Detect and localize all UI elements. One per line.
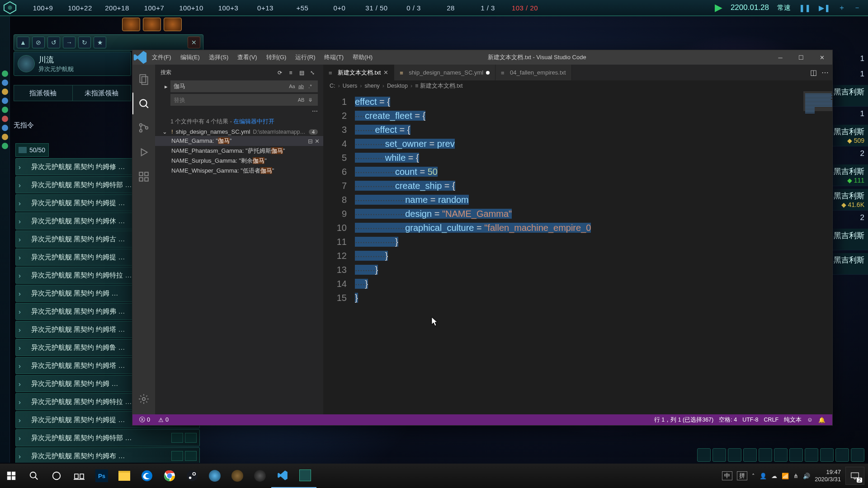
right-row[interactable]: 黑吉利斯◆ 509	[829, 125, 868, 146]
outliner-close-icon[interactable]: ✕	[188, 37, 200, 48]
refresh-icon[interactable]: ⟳	[274, 67, 285, 78]
menu-item[interactable]: 终端(T)	[320, 50, 348, 65]
editor[interactable]: 123456789101112131415 effect = {····crea…	[323, 91, 832, 414]
network-icon[interactable]: 📶	[782, 473, 789, 479]
search-field[interactable]	[174, 83, 288, 90]
more-actions-icon[interactable]: ⋯	[821, 68, 829, 77]
br-icon[interactable]	[728, 448, 741, 462]
chevron-right-icon[interactable]: ›	[19, 199, 28, 207]
fleet-action-a[interactable]	[171, 433, 183, 443]
breadcrumb-item[interactable]: Users	[343, 83, 358, 89]
chevron-down-icon[interactable]: ⌄	[162, 128, 169, 135]
regex-icon[interactable]: .*	[306, 82, 315, 91]
chrome-icon[interactable]	[158, 464, 181, 488]
resource-cell[interactable]: +55	[285, 1, 320, 14]
debug-icon[interactable]	[132, 141, 155, 163]
menu-item[interactable]: 查看(V)	[233, 50, 261, 65]
minimize-button[interactable]: ─	[770, 50, 791, 65]
play-icon[interactable]: ▶	[715, 2, 722, 14]
encoding-status[interactable]: UTF-8	[740, 414, 760, 425]
breadcrumb-item[interactable]: Desktop	[387, 83, 408, 89]
chevron-right-icon[interactable]: ›	[19, 398, 28, 406]
resource-cell[interactable]: 0+13	[248, 1, 283, 14]
extensions-icon[interactable]	[132, 166, 155, 188]
cursor-status[interactable]: 行 1，列 1 (已选择367)	[652, 414, 716, 425]
br-icon[interactable]	[712, 448, 726, 462]
chevron-right-icon[interactable]: ›	[19, 217, 28, 225]
bell-icon[interactable]: 🔔	[816, 414, 828, 425]
close-window-button[interactable]: ✕	[811, 50, 832, 65]
volume-icon[interactable]: 🔊	[803, 473, 810, 479]
policy-button[interactable]	[122, 18, 140, 31]
toggle-replace-icon[interactable]: ▸	[161, 81, 171, 92]
action-center-icon[interactable]: 2	[845, 467, 864, 485]
editor-tab[interactable]: ≡ship_design_names_SC.yml	[394, 65, 495, 80]
menu-item[interactable]: 帮助(H)	[349, 50, 377, 65]
photoshop-icon[interactable]: Ps	[90, 464, 113, 488]
left-dot[interactable]	[2, 70, 8, 77]
outliner-btn-6[interactable]: ★	[94, 37, 106, 48]
chevron-right-icon[interactable]: ›	[19, 163, 28, 171]
collapse-icon[interactable]: ⤡	[307, 67, 318, 78]
fleet-action-b[interactable]	[185, 433, 197, 443]
edict-button[interactable]	[164, 18, 182, 31]
br-icon[interactable]	[697, 448, 711, 462]
right-row[interactable]: 黑吉利斯◆ 41.6K	[829, 189, 868, 211]
settings-gear-icon[interactable]	[132, 388, 155, 410]
breadcrumb-item[interactable]: ≡ 新建文本文档.txt	[415, 82, 462, 90]
app-icon[interactable]	[226, 464, 249, 488]
onedrive-icon[interactable]: ☁	[771, 473, 777, 479]
br-icon[interactable]	[774, 448, 788, 462]
ime-indicator[interactable]: 中	[722, 471, 732, 480]
spaces-status[interactable]: 空格: 4	[717, 414, 739, 425]
fleet-item[interactable]: ›异次元护航舰 黑契约 约姆布 …	[15, 447, 200, 463]
code-area[interactable]: effect = {····create_fleet = {········ef…	[355, 95, 832, 305]
taskbar-clock[interactable]: 19:47 2020/3/31	[815, 469, 841, 483]
language-status[interactable]: 纯文本	[782, 414, 804, 425]
match-case-icon[interactable]: Aa	[288, 82, 297, 91]
maximize-button[interactable]: ☐	[791, 50, 811, 65]
toggle-search-details-icon[interactable]: ⋯	[312, 108, 318, 114]
cortana-icon[interactable]	[45, 464, 68, 488]
chevron-right-icon[interactable]: ›	[19, 452, 28, 460]
edge-icon[interactable]	[136, 464, 158, 488]
steam-icon[interactable]	[181, 464, 203, 488]
menu-item[interactable]: 文件(F)	[148, 50, 175, 65]
fleet-action-b[interactable]	[185, 451, 197, 461]
editor-tab[interactable]: ≡04_fallen_empires.txt	[495, 65, 572, 80]
chevron-right-icon[interactable]: ›	[19, 253, 28, 261]
app-icon[interactable]	[249, 464, 271, 488]
outliner-btn-2[interactable]: ⊘	[32, 37, 45, 48]
eol-status[interactable]: CRLF	[762, 414, 781, 425]
errors-status[interactable]: ⓧ 0	[137, 414, 152, 425]
search-icon[interactable]	[132, 93, 155, 114]
taskbar-search-icon[interactable]	[23, 464, 45, 488]
br-icon[interactable]	[743, 448, 757, 462]
breadcrumbs[interactable]: C:›Users›sheny›Desktop›≡ 新建文本文档.txt	[323, 80, 832, 91]
chevron-right-icon[interactable]: ›	[19, 181, 28, 189]
chevron-right-icon[interactable]: ›	[19, 290, 28, 297]
replace-input[interactable]: AB ⤋	[170, 94, 318, 106]
feedback-icon[interactable]: ☺	[805, 414, 815, 425]
resource-cell[interactable]: 0 / 3	[396, 1, 431, 14]
right-row[interactable]: 黑吉利斯◆ 111	[829, 164, 868, 186]
menu-item[interactable]: 运行(R)	[291, 50, 319, 65]
whole-word-icon[interactable]: ab	[297, 82, 306, 91]
left-dot[interactable]	[2, 143, 8, 149]
split-editor-icon[interactable]: ◫	[810, 68, 817, 77]
dismiss-match-icon[interactable]: ⊟	[308, 138, 313, 145]
decrease-speed-icon[interactable]: －	[854, 3, 861, 13]
resource-cell[interactable]: 100+22	[62, 1, 98, 14]
assign-leader-button[interactable]: 指派领袖	[14, 85, 73, 101]
tradition-button[interactable]	[143, 18, 161, 31]
chevron-right-icon[interactable]: ›	[19, 272, 28, 279]
br-icon[interactable]	[835, 448, 849, 462]
chevron-right-icon[interactable]: ›	[19, 362, 28, 370]
search-match[interactable]: NAME_Gamma: "伽马"⊟✕	[155, 136, 323, 146]
vscode-taskbar-icon[interactable]	[271, 464, 294, 488]
left-dot[interactable]	[2, 125, 8, 131]
stellaris-taskbar-icon[interactable]	[294, 464, 316, 488]
chevron-right-icon[interactable]: ›	[19, 308, 28, 315]
fleet-action-a[interactable]	[171, 451, 183, 461]
people-icon[interactable]: 👤	[760, 473, 767, 479]
